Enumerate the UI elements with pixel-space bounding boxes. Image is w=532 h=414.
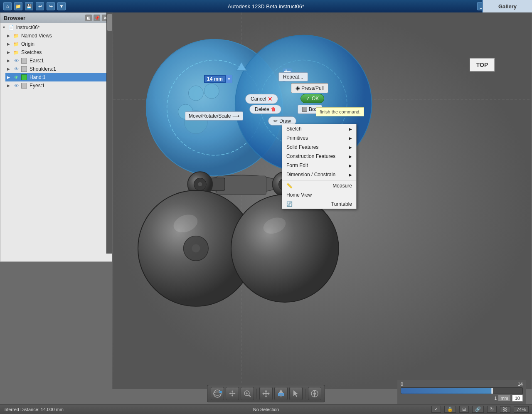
dim-field: ▼ [204, 75, 232, 83]
lock-icon-btn[interactable]: 🔒 [444, 406, 456, 413]
ruler-mm-text: mm [500, 396, 508, 401]
browser-title: Browser [4, 15, 25, 21]
press-pull-button[interactable]: ◉ Press/Pull [291, 83, 328, 93]
cm-item-solid-features[interactable]: Solid Features ▶ [282, 143, 356, 152]
cm-item-measure[interactable]: 📏 Measure [282, 181, 356, 190]
delete-icon: 🗑 [271, 106, 276, 112]
browser-item-label-ears: Ears:1 [30, 58, 44, 64]
browser-panel: Browser ⊞ 📌 ✕ ▼ 📄 instruct06* ▶ 📁 Named … [0, 12, 112, 262]
cm-item-turntable[interactable]: 🔄 Turntable [282, 200, 356, 209]
eye-icon-eyes: 👁 [13, 82, 20, 89]
ruler-track[interactable] [401, 387, 523, 394]
dim-input-box[interactable] [204, 75, 226, 83]
repeat-label: Repeat... [283, 74, 303, 80]
ruler-value-box[interactable]: 10 [512, 395, 523, 402]
svg-marker-62 [293, 390, 298, 397]
snap-btn[interactable]: 🔗 [472, 406, 484, 413]
cm-item-sketch[interactable]: Sketch ▶ [282, 124, 356, 133]
browser-item-label-eyes: Eyes:1 [30, 83, 45, 89]
browser-item-root[interactable]: ▼ 📄 instruct06* [0, 23, 112, 32]
move-tool-icon[interactable] [259, 387, 273, 400]
cm-label-measure: Measure [332, 183, 352, 189]
svg-point-49 [231, 195, 339, 302]
browser-grid-icon[interactable]: ⊞ [85, 15, 92, 21]
cancel-button[interactable]: Cancel ✕ [245, 94, 278, 104]
cm-separator [282, 180, 356, 180]
cm-item-home-view[interactable]: Home View [282, 190, 356, 200]
move-arrow-icon: ⟶ [232, 113, 239, 119]
expand-arrow-shoulders: ▶ [7, 67, 11, 71]
link-btn[interactable]: ⛓ [500, 406, 510, 413]
more-icon[interactable]: ▼ [57, 2, 66, 10]
select-tool-icon[interactable] [289, 387, 303, 400]
ruler-thumb [492, 388, 493, 394]
context-menu: Sketch ▶ Primitives ▶ Solid Features ▶ C… [282, 124, 357, 209]
home-icon[interactable]: ⌂ [3, 2, 12, 10]
browser-item-named-views[interactable]: ▶ 📁 Named Views [5, 32, 112, 40]
turntable-icon: 🔄 [286, 201, 293, 207]
zoom-box-icon[interactable] [241, 387, 254, 400]
svg-point-54 [219, 391, 222, 393]
color-swatch-eyes [21, 83, 27, 89]
statusbar-right: ✓ 🔒 ⊞ 🔗 ↻ ⛓ 74% [431, 406, 529, 413]
color-swatch-shoulders [21, 66, 27, 72]
draw-icon: ✏ [273, 118, 278, 124]
ruler-min: 0 [401, 382, 403, 387]
cm-label-home-view: Home View [286, 192, 312, 198]
browser-item-hand[interactable]: ▶ 👁 Hand:1 [5, 73, 112, 81]
cm-label-primitives: Primitives [286, 135, 308, 141]
statusbar: Inferred Distance: 14.000 mm No Selectio… [0, 404, 532, 414]
grid-snap-btn[interactable]: ⊞ [459, 406, 469, 413]
ruler-bottom-row: 1 mm 10 [401, 395, 523, 402]
gallery-bar[interactable]: Gallery [482, 0, 532, 12]
redo-icon[interactable]: ↪ [47, 2, 55, 10]
expand-arrow-ears: ▶ [7, 59, 11, 63]
svg-point-48 [192, 244, 200, 253]
folder-icon-sketches: 📁 [13, 49, 20, 56]
browser-item-origin[interactable]: ▶ 📁 Origin [5, 40, 112, 48]
options-tool-icon[interactable] [308, 387, 321, 400]
scrollbar-thumb[interactable] [107, 14, 112, 31]
expand-arrow-sketches: ▶ [7, 50, 11, 54]
viewport[interactable]: TOP ▼ Move/Rotate/Scale ⟶ Repeat... ◉ Pr… [112, 12, 532, 389]
browser-header-icons: ⊞ 📌 ✕ [85, 15, 108, 21]
ok-button[interactable]: ✓ OK [300, 94, 324, 103]
vertical-scrollbar[interactable] [106, 12, 112, 254]
pan-icon[interactable] [226, 387, 239, 400]
zoom-btn[interactable]: 74% [514, 406, 529, 413]
ruler-mm-box[interactable]: mm [498, 395, 510, 401]
cm-item-primitives[interactable]: Primitives ▶ [282, 133, 356, 143]
box-icon [302, 107, 307, 112]
cm-item-dimension[interactable]: Dimension / Constrain ▶ [282, 170, 356, 179]
svg-point-42 [198, 182, 202, 186]
browser-item-shoulders[interactable]: ▶ 👁 Shoulders:1 [5, 65, 112, 73]
cm-arrow-solid-features: ▶ [349, 145, 352, 150]
folder-icon-named-views: 📁 [13, 32, 20, 39]
orbit-icon[interactable] [211, 387, 224, 400]
browser-item-eyes[interactable]: ▶ 👁 Eyes:1 [5, 81, 112, 90]
open-icon[interactable]: 📁 [14, 2, 22, 10]
ruler-fill [401, 388, 492, 394]
delete-button[interactable]: Delete 🗑 [249, 105, 281, 114]
browser-item-sketches[interactable]: ▶ 📁 Sketches [5, 48, 112, 57]
ruler-indicator: 1 [494, 396, 497, 401]
ok-label: OK [312, 96, 319, 101]
save-icon[interactable]: 💾 [25, 2, 33, 10]
rotate-btn[interactable]: ↻ [487, 406, 497, 413]
dim-dropdown[interactable]: ▼ [226, 75, 232, 83]
check-icon-btn[interactable]: ✓ [431, 406, 441, 413]
push-pull-tool-icon[interactable] [274, 387, 288, 400]
move-rotate-scale-button[interactable]: Move/Rotate/Scale ⟶ [185, 111, 243, 121]
finish-tooltip-text: finish the command. [320, 109, 360, 114]
cm-arrow-form-edit: ▶ [349, 163, 352, 168]
press-pull-icon: ◉ [296, 85, 300, 91]
undo-icon[interactable]: ↩ [36, 2, 44, 10]
cm-item-construction-features[interactable]: Construction Features ▶ [282, 152, 356, 161]
cm-arrow-primitives: ▶ [349, 136, 352, 140]
cm-item-form-edit[interactable]: Form Edit ▶ [282, 161, 356, 170]
browser-pin-icon[interactable]: 📌 [94, 15, 100, 21]
repeat-button[interactable]: Repeat... [278, 72, 308, 81]
browser-item-ears[interactable]: ▶ 👁 Ears:1 [5, 57, 112, 65]
ruler-numbers-row: 0 14 [401, 382, 523, 387]
measure-ruler-icon: 📏 [286, 183, 293, 189]
